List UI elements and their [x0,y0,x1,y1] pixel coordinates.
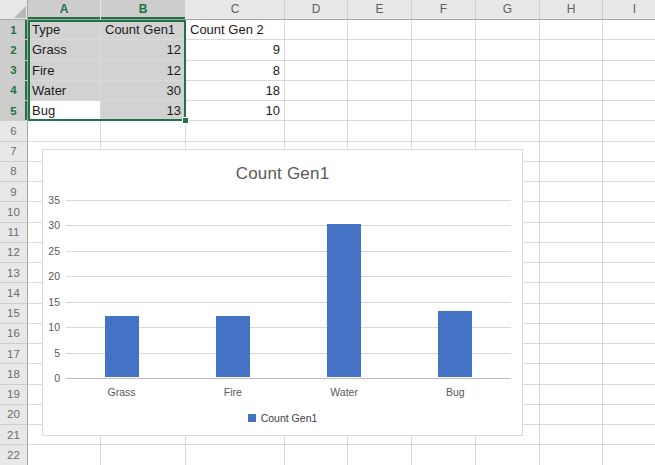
cell-H3[interactable] [540,61,603,81]
cell-H14[interactable] [540,283,603,303]
cell-I7[interactable] [603,142,655,162]
cell-E3[interactable] [348,61,412,81]
cell-A3[interactable]: Fire [28,61,101,81]
chart[interactable]: Count Gen1 05101520253035 GrassFireWater… [42,149,523,436]
cell-I5[interactable] [603,101,655,121]
cell-C5[interactable]: 10 [186,101,285,121]
cell-C3[interactable]: 8 [186,61,285,81]
bar-grass[interactable] [105,316,139,377]
cell-I18[interactable] [603,364,655,384]
row-header-7[interactable]: 7 [0,142,28,162]
cell-D1[interactable] [285,20,348,40]
cell-H22[interactable] [540,445,603,465]
cell-A6[interactable] [28,121,101,141]
cell-F5[interactable] [412,101,476,121]
row-header-13[interactable]: 13 [0,263,28,283]
cell-B2[interactable]: 12 [101,40,186,60]
cell-A22[interactable] [28,445,101,465]
cell-I15[interactable] [603,304,655,324]
row-header-16[interactable]: 16 [0,324,28,344]
cell-H10[interactable] [540,202,603,222]
bar-water[interactable] [327,224,361,377]
cell-E22[interactable] [348,445,412,465]
column-header-G[interactable]: G [476,0,540,20]
row-header-5[interactable]: 5 [0,101,28,121]
cell-I17[interactable] [603,344,655,364]
cell-G6[interactable] [476,121,540,141]
bar-fire[interactable] [216,316,250,377]
cell-H16[interactable] [540,324,603,344]
cell-F3[interactable] [412,61,476,81]
cell-H13[interactable] [540,263,603,283]
cell-I20[interactable] [603,405,655,425]
column-header-C[interactable]: C [186,0,285,20]
cell-C6[interactable] [186,121,285,141]
row-header-2[interactable]: 2 [0,40,28,60]
bar-bug[interactable] [438,311,472,377]
column-header-I[interactable]: I [603,0,655,20]
cell-I19[interactable] [603,385,655,405]
row-header-19[interactable]: 19 [0,385,28,405]
cell-E1[interactable] [348,20,412,40]
cell-G5[interactable] [476,101,540,121]
cell-E5[interactable] [348,101,412,121]
cell-H8[interactable] [540,162,603,182]
cell-C4[interactable]: 18 [186,81,285,101]
cell-G4[interactable] [476,81,540,101]
cell-I11[interactable] [603,223,655,243]
row-header-8[interactable]: 8 [0,162,28,182]
column-header-H[interactable]: H [540,0,603,20]
fill-handle[interactable] [182,117,189,124]
row-header-9[interactable]: 9 [0,182,28,202]
cell-H9[interactable] [540,182,603,202]
row-header-4[interactable]: 4 [0,81,28,101]
cell-D4[interactable] [285,81,348,101]
cell-H5[interactable] [540,101,603,121]
cell-I16[interactable] [603,324,655,344]
cell-C2[interactable]: 9 [186,40,285,60]
cell-H7[interactable] [540,142,603,162]
cell-H12[interactable] [540,243,603,263]
cell-F22[interactable] [412,445,476,465]
cell-B22[interactable] [101,445,186,465]
cell-F1[interactable] [412,20,476,40]
cell-I2[interactable] [603,40,655,60]
chart-title[interactable]: Count Gen1 [43,164,522,184]
column-header-D[interactable]: D [285,0,348,20]
row-header-11[interactable]: 11 [0,223,28,243]
row-header-1[interactable]: 1 [0,20,28,40]
row-header-6[interactable]: 6 [0,121,28,141]
row-header-3[interactable]: 3 [0,61,28,81]
column-header-E[interactable]: E [348,0,412,20]
cell-B1[interactable]: Count Gen1 [101,20,186,40]
cell-H6[interactable] [540,121,603,141]
cell-I21[interactable] [603,425,655,445]
row-header-20[interactable]: 20 [0,405,28,425]
cell-A2[interactable]: Grass [28,40,101,60]
cell-A1[interactable]: Type [28,20,101,40]
cell-I22[interactable] [603,445,655,465]
cell-E6[interactable] [348,121,412,141]
column-header-A[interactable]: A [28,0,101,20]
select-all-button[interactable] [0,0,28,20]
column-header-B[interactable]: B [101,0,186,20]
cell-H20[interactable] [540,405,603,425]
cell-H17[interactable] [540,344,603,364]
cell-F6[interactable] [412,121,476,141]
cell-I13[interactable] [603,263,655,283]
cell-I8[interactable] [603,162,655,182]
cell-G1[interactable] [476,20,540,40]
cell-A5[interactable]: Bug [28,101,101,121]
row-header-15[interactable]: 15 [0,304,28,324]
cell-D3[interactable] [285,61,348,81]
cell-H2[interactable] [540,40,603,60]
row-header-12[interactable]: 12 [0,243,28,263]
cell-I3[interactable] [603,61,655,81]
cell-F2[interactable] [412,40,476,60]
cell-H1[interactable] [540,20,603,40]
cell-I14[interactable] [603,283,655,303]
cell-I4[interactable] [603,81,655,101]
cell-F4[interactable] [412,81,476,101]
cell-I12[interactable] [603,243,655,263]
row-header-22[interactable]: 22 [0,445,28,465]
